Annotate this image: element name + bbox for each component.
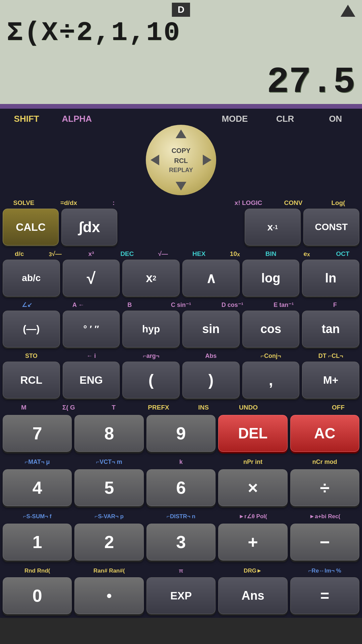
dot-button[interactable]: • [74, 577, 143, 614]
integral-button[interactable]: ∫dx [61, 209, 117, 246]
x2-button[interactable]: x2 [122, 260, 180, 297]
conv-sublabel: CONV [272, 195, 314, 207]
sqrt-button[interactable]: √ [63, 260, 120, 297]
nav-down-button[interactable] [176, 182, 186, 191]
nav-center-text: COPY RCL REPLAY [169, 146, 193, 175]
k-sublabel: k [146, 455, 216, 466]
ln-button[interactable]: ln [302, 260, 359, 297]
arg-sublabel: ⌐arg¬ [122, 349, 180, 360]
x-inverse-button[interactable]: x-1 [245, 209, 301, 246]
back-sublabel: ← i [63, 349, 120, 360]
e-tan-sublabel: E tan⁻¹ [259, 298, 308, 309]
display-triangle [341, 5, 355, 17]
1-button[interactable]: 1 [3, 524, 72, 560]
7-button[interactable]: 7 [3, 415, 72, 452]
3-button[interactable]: 3 [146, 524, 216, 560]
calculator-body: SHIFT ALPHA MODE CLR ON COPY RCL [0, 109, 362, 618]
nav-right-button[interactable] [203, 155, 212, 165]
dc-sublabel: d/c [3, 247, 36, 258]
svar-sublabel: ⌐S-VAR¬ p [74, 509, 143, 521]
xlogic-sublabel: x! LOGIC [227, 195, 269, 207]
dec-sublabel: DEC [111, 247, 144, 258]
vct-sublabel: ⌐VCT¬ m [74, 455, 143, 466]
sto-sublabel: STO [3, 349, 60, 360]
ins-sublabel: INS [182, 400, 225, 412]
reim-sublabel: ⌐Re↔Im¬ % [290, 564, 359, 575]
f-sublabel: F [311, 298, 359, 309]
8-button[interactable]: 8 [74, 415, 143, 452]
mplus-button[interactable]: M+ [302, 362, 359, 398]
caret-button[interactable]: ∧ [182, 260, 240, 297]
ssum-sublabel: ⌐S-SUM¬ f [3, 509, 72, 521]
divide-button[interactable]: ÷ [290, 469, 359, 506]
eng-button[interactable]: ENG [63, 362, 120, 398]
0-button[interactable]: 0 [3, 577, 72, 614]
comma-button[interactable]: , [242, 362, 300, 398]
pol-sublabel: ►r∠θ Pol( [218, 509, 287, 521]
neg-button[interactable]: (—) [3, 311, 60, 347]
sin-button[interactable]: sin [182, 311, 240, 347]
hex-sublabel: HEX [182, 247, 216, 258]
tan-button[interactable]: tan [302, 311, 359, 347]
ans-button[interactable]: Ans [218, 577, 287, 614]
sqrt-sublabel: √— [146, 247, 180, 258]
calc-button[interactable]: CALC [3, 209, 59, 246]
multiply-button[interactable]: × [218, 469, 287, 506]
sigma-sublabel: Σ( G [48, 400, 90, 412]
5-button[interactable]: 5 [74, 469, 143, 506]
log-button[interactable]: log [242, 260, 300, 297]
x3-sublabel: x³ [74, 247, 108, 258]
2-button[interactable]: 2 [74, 524, 143, 560]
b-sublabel: B [105, 298, 154, 309]
ac-button[interactable]: AC [290, 415, 359, 452]
bin-sublabel: BIN [254, 247, 287, 258]
ddx-sublabel: =d/dx [48, 195, 90, 207]
cos-button[interactable]: cos [242, 311, 300, 347]
hyp-button[interactable]: hyp [122, 311, 180, 347]
minus-button[interactable]: − [290, 524, 359, 560]
10x-sublabel: 10x [218, 247, 251, 258]
separator-bar [0, 104, 362, 109]
ex-sublabel: ex [290, 247, 323, 258]
9-button[interactable]: 9 [146, 415, 216, 452]
equals-button[interactable]: = [290, 577, 359, 614]
log-sublabel: Log( [317, 195, 359, 207]
mat-sublabel: ⌐MAT¬ μ [3, 455, 72, 466]
rparen-button[interactable]: ) [182, 362, 240, 398]
off-sublabel: OFF [317, 400, 359, 412]
rnd-sublabel: Rnd Rnd( [3, 564, 72, 575]
rcl-button[interactable]: RCL [3, 362, 60, 398]
const-button[interactable]: CONST [303, 209, 359, 246]
dms-button[interactable]: ° ′ ″ [63, 311, 120, 347]
4-button[interactable]: 4 [3, 469, 72, 506]
ym-sublabel: DT ⌐CL¬ [302, 349, 359, 360]
a-sublabel: A ← [54, 298, 103, 309]
npr-sublabel: nPr int [218, 455, 287, 466]
distr-sublabel: ⌐DISTR¬ n [146, 509, 216, 521]
nav-pad-container: COPY RCL REPLAY [120, 128, 242, 192]
prefx-sublabel: PREFX [137, 400, 180, 412]
nav-up-button[interactable] [176, 129, 186, 138]
undo-sublabel: UNDO [227, 400, 269, 412]
nav-pad: COPY RCL REPLAY [146, 125, 216, 195]
drg-sublabel: DRG► [218, 564, 287, 575]
alpha-label: ALPHA [53, 111, 101, 125]
nav-left-button[interactable] [150, 155, 159, 165]
clr-label: CLR [261, 111, 309, 125]
display-result: 27.5 [7, 64, 355, 101]
xr1-sublabel: ⌐Conj¬ [242, 349, 300, 360]
del-button[interactable]: DEL [218, 415, 287, 452]
angle-sublabel: ∠↙ [3, 298, 51, 309]
lparen-button[interactable]: ( [122, 362, 180, 398]
pi-sublabel: π [146, 564, 216, 575]
abc-button[interactable]: ab/c [3, 260, 60, 297]
plus-button[interactable]: + [218, 524, 287, 560]
exp-button[interactable]: EXP [146, 577, 216, 614]
ran-sublabel: Ran# Ran#( [74, 564, 143, 575]
c-sin-sublabel: C sin⁻¹ [157, 298, 205, 309]
cbrt-sublabel: 3√— [39, 247, 72, 258]
mode-indicator: D [172, 3, 190, 17]
m-sublabel: M [3, 400, 45, 412]
calculator-display: D Σ(X÷2,1,10 27.5 [0, 0, 362, 104]
6-button[interactable]: 6 [146, 469, 216, 506]
